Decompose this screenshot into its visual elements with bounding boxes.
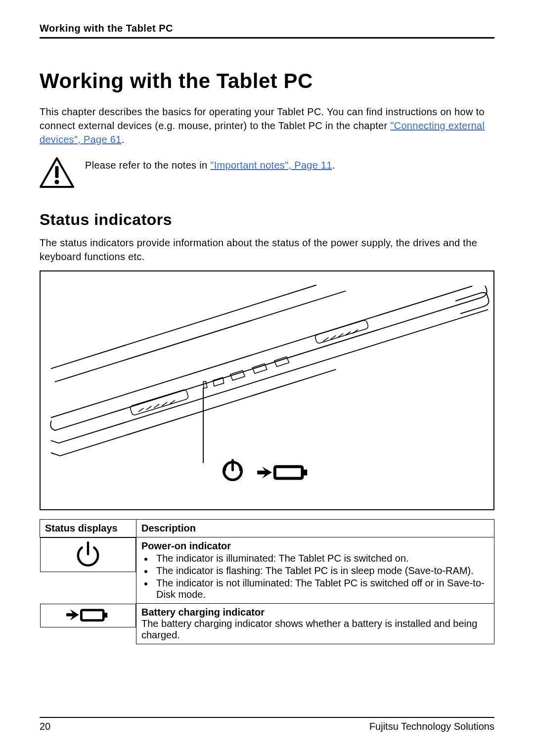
list-item: The indicator is not illuminated: The Ta… bbox=[141, 578, 489, 600]
status-indicators-table: Status displays Description Power-on ind… bbox=[40, 519, 494, 644]
bullet-text: The indicator is flashing: The Tablet PC… bbox=[156, 565, 474, 577]
table-header-status-displays: Status displays bbox=[40, 520, 136, 537]
table-row: Power-on indicator The indicator is illu… bbox=[40, 537, 494, 604]
svg-line-11 bbox=[154, 404, 159, 408]
svg-rect-2 bbox=[314, 319, 369, 344]
warning-icon bbox=[40, 157, 74, 191]
bullet-text: The indicator is illuminated: The Tablet… bbox=[156, 553, 409, 564]
note-suffix: . bbox=[332, 160, 335, 171]
intro-text-2: . bbox=[122, 134, 125, 145]
note-prefix: Please refer to the notes in bbox=[85, 160, 210, 171]
page-number: 20 bbox=[40, 721, 50, 732]
row-text: The battery charging indicator shows whe… bbox=[141, 618, 489, 641]
bullet-dot bbox=[144, 570, 147, 573]
status-indicators-diagram bbox=[40, 270, 494, 510]
bullet-list: The indicator is illuminated: The Tablet… bbox=[141, 553, 489, 600]
diagram-power-icon bbox=[224, 460, 242, 480]
running-header: Working with the Tablet PC bbox=[40, 23, 494, 34]
power-icon bbox=[74, 541, 102, 569]
warning-note: Please refer to the notes in "Important … bbox=[40, 157, 494, 191]
bullet-dot bbox=[144, 558, 147, 561]
svg-line-9 bbox=[138, 408, 143, 412]
row-title: Battery charging indicator bbox=[141, 607, 489, 618]
svg-point-1 bbox=[55, 180, 59, 184]
document-page: Working with the Tablet PC Working with … bbox=[0, 0, 534, 756]
svg-rect-18 bbox=[275, 467, 303, 479]
header-rule bbox=[40, 37, 494, 39]
footer-brand: Fujitsu Technology Solutions bbox=[369, 721, 494, 732]
cell-battery-icon bbox=[40, 604, 136, 627]
list-item: The indicator is illuminated: The Tablet… bbox=[141, 553, 489, 564]
cell-power-description: Power-on indicator The indicator is illu… bbox=[136, 537, 494, 604]
bullet-dot bbox=[144, 582, 147, 585]
footer-rule bbox=[40, 717, 494, 718]
list-item: The indicator is flashing: The Tablet PC… bbox=[141, 565, 489, 577]
diagram-battery-icon bbox=[257, 467, 307, 479]
battery-charging-icon bbox=[66, 607, 110, 624]
row-title: Power-on indicator bbox=[141, 540, 489, 552]
svg-rect-0 bbox=[55, 166, 59, 178]
warning-text: Please refer to the notes in "Important … bbox=[85, 157, 335, 172]
svg-rect-21 bbox=[81, 610, 103, 620]
link-important-notes[interactable]: "Important notes", Page 11 bbox=[210, 160, 332, 171]
tablet-side-illustration bbox=[41, 271, 493, 509]
svg-line-10 bbox=[146, 406, 151, 410]
section-title-status-indicators: Status indicators bbox=[40, 211, 494, 229]
cell-battery-description: Battery charging indicator The battery c… bbox=[136, 604, 494, 644]
cell-power-icon bbox=[40, 537, 136, 572]
table-row: Battery charging indicator The battery c… bbox=[40, 604, 494, 644]
table-header-description: Description bbox=[136, 520, 494, 537]
svg-rect-19 bbox=[303, 470, 307, 476]
page-title: Working with the Tablet PC bbox=[40, 69, 494, 93]
bullet-text: The indicator is not illuminated: The Ta… bbox=[156, 578, 489, 600]
intro-paragraph: This chapter describes the basics for op… bbox=[40, 105, 494, 146]
page-footer: 20 Fujitsu Technology Solutions bbox=[40, 717, 494, 732]
svg-rect-22 bbox=[104, 613, 107, 618]
section-intro: The status indicators provide informatio… bbox=[40, 236, 494, 264]
